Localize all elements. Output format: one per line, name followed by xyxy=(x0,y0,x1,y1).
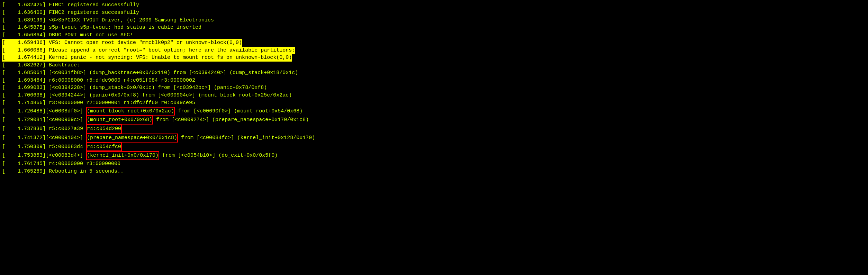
timestamp: [ 1.737830] xyxy=(2,125,46,133)
timestamp: [ 1.656864] xyxy=(2,31,46,39)
terminal-line: [ 1.632425] FIMC1 registered successfull… xyxy=(2,1,866,9)
line-message: Backtrace: xyxy=(46,62,80,69)
timestamp: [ 1.666086] xyxy=(2,47,46,54)
terminal-line: [ 1.685061] [<c0031fb8>] (dump_backtrace… xyxy=(2,69,866,77)
terminal-line: [ 1.720488][<c0008df0>] (mount_block_roo… xyxy=(2,107,866,116)
terminal-line: [ 1.656864] DBUG_PORT must not use AFC! xyxy=(2,31,866,39)
timestamp: [ 1.632425] xyxy=(2,1,46,9)
line-segment: r5:000083d4 xyxy=(46,143,86,151)
line-message: r6:00008000 r5:dfdc9000 r4:c051f084 r3:0… xyxy=(46,77,195,84)
terminal-line: [ 1.714866] r3:00000000 r2:00000001 r1:d… xyxy=(2,99,866,107)
timestamp: [ 1.714866] xyxy=(2,99,46,107)
line-message: [<c0394244>] (panic+0x0/0xf8) from [<c00… xyxy=(46,92,292,99)
line-segment: (mount_root+0x0/0x68) xyxy=(86,116,153,125)
terminal-line: [ 1.682627] Backtrace: xyxy=(2,62,866,69)
timestamp: [ 1.693464] xyxy=(2,77,46,84)
terminal-line: [ 1.737830] r5:c0027a39 r4:c054d200 xyxy=(2,125,866,134)
timestamp: [ 1.750309] xyxy=(2,143,46,151)
timestamp: [ 1.699083] xyxy=(2,84,46,92)
line-message: Please append a correct "root=" boot opt… xyxy=(46,47,295,54)
terminal-line: [ 1.753853][<c00083d4>] (kernel_init+0x0… xyxy=(2,151,866,160)
terminal-line: [ 1.666086] Please append a correct "roo… xyxy=(2,47,866,54)
line-segment: [<c000909c>] xyxy=(46,116,86,124)
line-segment: [<c00083d4>] xyxy=(46,152,86,159)
terminal-line: [ 1.639199] <6>S5PC1XX TVOUT Driver, (c)… xyxy=(2,17,866,24)
line-segment: r4:c054d200 xyxy=(86,125,122,134)
line-segment: from [<c0054b10>] (do_exit+0x0/0x5f0) xyxy=(159,152,278,159)
line-segment: (mount_block_root+0x0/0x2ac) xyxy=(86,107,175,116)
line-message: VFS: Cannot open root device "mmcblk0p2"… xyxy=(46,39,242,47)
timestamp: [ 1.636400] xyxy=(2,9,46,17)
line-message: r3:00000000 r2:00000001 r1:dfc2ff60 r0:c… xyxy=(46,99,195,107)
line-segment: from [<c00084fc>] (kernel_init+0x128/0x1… xyxy=(178,134,315,142)
timestamp: [ 1.674412] xyxy=(2,54,46,62)
line-message: FIMC1 registered successfully xyxy=(46,1,139,9)
timestamp: [ 1.685061] xyxy=(2,69,46,77)
timestamp: [ 1.753853] xyxy=(2,152,46,159)
line-segment: from [<c00090f0>] (mount_root+0x54/0x68) xyxy=(175,108,302,115)
line-message: [<c0031fb8>] (dump_backtrace+0x0/0x110) … xyxy=(46,69,298,77)
timestamp: [ 1.645875] xyxy=(2,24,46,31)
timestamp: [ 1.729081] xyxy=(2,116,46,124)
terminal-line: [ 1.645875] s5p-tvout s5p-tvout: hpd sta… xyxy=(2,24,866,31)
terminal-line: [ 1.761745] r4:00000000 r3:00000000 xyxy=(2,160,866,168)
line-segment: r5:c0027a39 xyxy=(46,125,86,133)
timestamp: [ 1.741372] xyxy=(2,134,46,142)
line-message: DBUG_PORT must not use AFC! xyxy=(46,31,133,39)
timestamp: [ 1.639199] xyxy=(2,17,46,24)
line-message: s5p-tvout s5p-tvout: hpd status is cable… xyxy=(46,24,201,31)
terminal-line: [ 1.636400] FIMC2 registered successfull… xyxy=(2,9,866,17)
line-segment: [<c0008df0>] xyxy=(46,108,86,115)
terminal-line: [ 1.699083] [<c0394228>] (dump_stack+0x0… xyxy=(2,84,866,92)
terminal-line: [ 1.750309] r5:000083d4 r4:c054cfc0 xyxy=(2,143,866,152)
line-message: r4:00000000 r3:00000000 xyxy=(46,160,120,168)
timestamp: [ 1.720488] xyxy=(2,108,46,115)
line-segment: [<c0009104>] xyxy=(46,134,86,142)
line-segment: from [<c0009274>] (prepare_namespace+0x1… xyxy=(153,116,309,124)
line-segment: (prepare_namespace+0x0/0x1c8) xyxy=(86,134,178,143)
timestamp: [ 1.659436] xyxy=(2,39,46,47)
timestamp: [ 1.761745] xyxy=(2,160,46,168)
line-segment: r4:c054cfc0 xyxy=(86,143,122,152)
terminal-line: [ 1.729081][<c000909c>] (mount_root+0x0/… xyxy=(2,116,866,125)
line-message: FIMC2 registered successfully xyxy=(46,9,139,17)
terminal-line: [ 1.765289] Rebooting in 5 seconds.. xyxy=(2,168,866,175)
line-message: Kernel panic - not syncing: VFS: Unable … xyxy=(46,54,292,62)
terminal-line: [ 1.659436] VFS: Cannot open root device… xyxy=(2,39,866,47)
line-message: Rebooting in 5 seconds.. xyxy=(46,168,124,175)
terminal-line: [ 1.693464] r6:00008000 r5:dfdc9000 r4:c… xyxy=(2,77,866,84)
line-message: <6>S5PC1XX TVOUT Driver, (c) 2009 Samsun… xyxy=(46,17,214,24)
timestamp: [ 1.765289] xyxy=(2,168,46,175)
terminal-line: [ 1.741372][<c0009104>] (prepare_namespa… xyxy=(2,134,866,143)
timestamp: [ 1.682627] xyxy=(2,62,46,69)
terminal-output: [ 1.632425] FIMC1 registered successfull… xyxy=(2,1,866,175)
line-segment: (kernel_init+0x0/0x170) xyxy=(86,151,159,160)
timestamp: [ 1.706638] xyxy=(2,92,46,99)
line-message: [<c0394228>] (dump_stack+0x0/0x1c) from … xyxy=(46,84,267,92)
terminal-line: [ 1.706638] [<c0394244>] (panic+0x0/0xf8… xyxy=(2,92,866,99)
terminal-line: [ 1.674412] Kernel panic - not syncing: … xyxy=(2,54,866,62)
